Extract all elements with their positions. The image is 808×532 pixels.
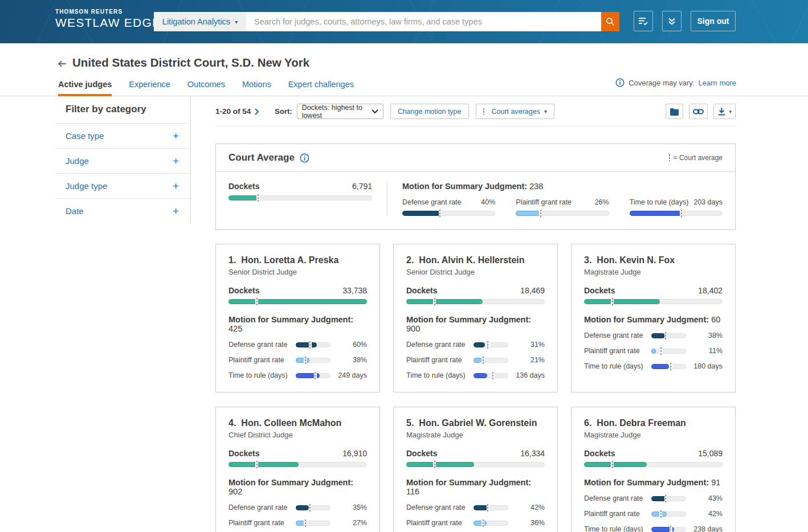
download-button[interactable]: ▾ bbox=[713, 104, 736, 119]
link-icon bbox=[693, 108, 704, 115]
metric-label: Plaintiff grant rate bbox=[406, 519, 474, 527]
court-average-card: Court Average = Court average Dockets 6,… bbox=[215, 144, 736, 230]
bar-fill bbox=[651, 349, 656, 354]
bar-fill bbox=[406, 462, 474, 467]
title-zone: United States District Court, S.D. New Y… bbox=[0, 43, 808, 96]
judge-name-link[interactable]: 4.Hon. Colleen McMahon bbox=[228, 418, 367, 428]
filter-list: Case type+Judge+Judge type+Date+ bbox=[55, 123, 190, 223]
judge-rank: 5. bbox=[406, 418, 414, 428]
court-average-msj: Motion for Summary Judgment: 238 Defense… bbox=[402, 182, 723, 216]
info-icon[interactable] bbox=[300, 153, 309, 163]
court-average-legend: = Court average bbox=[669, 154, 723, 162]
bar-fill bbox=[630, 211, 682, 216]
tab-bar: Active judgesExperienceOutcomesMotionsEx… bbox=[0, 76, 808, 96]
metric-value: 43% bbox=[686, 494, 723, 502]
judge-name-link[interactable]: 5.Hon. Gabriel W. Gorenstein bbox=[406, 418, 545, 428]
judge-rank: 4. bbox=[228, 418, 236, 428]
judge-msj: Motion for Summary Judgment: 116 bbox=[406, 478, 545, 496]
brand-logo: THOMSON REUTERS WESTLAW EDGE bbox=[55, 9, 161, 30]
msj-label: Motion for Summary Judgment: bbox=[584, 478, 709, 487]
judge-name-link[interactable]: 2.Hon. Alvin K. Hellerstein bbox=[406, 255, 545, 265]
metric-value: 36% bbox=[508, 519, 545, 527]
msj-value: 60 bbox=[709, 315, 720, 324]
bar-track bbox=[402, 211, 495, 216]
product-dropdown[interactable]: Litigation Analytics ▾ bbox=[154, 12, 246, 31]
judge-metrics: Defense grant rate31%Plaintiff grant rat… bbox=[406, 341, 545, 379]
metric-label: Defense grant rate bbox=[584, 332, 651, 339]
tab-expert-challenges[interactable]: Expert challenges bbox=[288, 80, 354, 96]
judge-name-link[interactable]: 1.Hon. Loretta A. Preska bbox=[228, 255, 367, 265]
metric-label: Time to rule (days) bbox=[406, 371, 474, 379]
copy-link-button[interactable] bbox=[689, 104, 708, 119]
search-button[interactable] bbox=[601, 12, 619, 31]
change-motion-type-button[interactable]: Change motion type bbox=[390, 104, 469, 119]
bar-track bbox=[516, 211, 609, 216]
court-average-dash-icon bbox=[669, 154, 670, 161]
search-input[interactable] bbox=[246, 12, 601, 31]
dockets-value: 18,402 bbox=[698, 286, 723, 295]
judge-type: Magistrate Judge bbox=[584, 268, 723, 276]
metric-defense-grant-rate: Defense grant rate35% bbox=[228, 504, 367, 511]
court-average-marker bbox=[439, 210, 442, 217]
judge-type: Senior District Judge bbox=[228, 268, 367, 276]
court-average-marker bbox=[611, 461, 614, 468]
court-average-marker bbox=[255, 461, 258, 468]
dockets-label: Dockets bbox=[228, 449, 259, 458]
history-list-button[interactable] bbox=[634, 11, 653, 31]
sort-select[interactable]: Dockets: highest to lowest bbox=[297, 104, 383, 119]
judge-name-link[interactable]: 3.Hon. Kevin N. Fox bbox=[584, 255, 723, 265]
msj-label: Motion for Summary Judgment: bbox=[228, 478, 353, 487]
bar-fill bbox=[474, 373, 487, 378]
product-dropdown-label: Litigation Analytics bbox=[162, 17, 230, 26]
dockets-label: Dockets bbox=[406, 449, 437, 458]
bar-track bbox=[296, 521, 330, 526]
folder-icon bbox=[670, 108, 679, 116]
dockets-value: 16,334 bbox=[520, 449, 545, 458]
judge-name-link[interactable]: 6.Hon. Debra Freeman bbox=[584, 418, 723, 428]
filter-item-judge[interactable]: Judge+ bbox=[55, 148, 190, 173]
court-average-marker bbox=[492, 372, 495, 379]
metric-value: 42% bbox=[686, 510, 723, 518]
metric-value: 136 days bbox=[508, 371, 545, 379]
pagination-text: 1-20 of 54 bbox=[215, 107, 251, 116]
metric-plaintiff-grant-rate: Plaintiff grant rate38% bbox=[228, 356, 367, 364]
bar-track bbox=[296, 342, 330, 347]
judge-msj: Motion for Summary Judgment: 425 bbox=[228, 315, 367, 333]
collapse-header-button[interactable] bbox=[662, 11, 682, 31]
metric-label: Defense grant rate bbox=[402, 198, 462, 206]
msj-value: 116 bbox=[406, 487, 419, 496]
court-average-body: Dockets 6,791 Motion for Summary Judgmen… bbox=[216, 172, 735, 230]
bar-fill bbox=[474, 358, 481, 363]
filter-item-judge-type[interactable]: Judge type+ bbox=[55, 173, 190, 198]
tab-outcomes[interactable]: Outcomes bbox=[187, 80, 225, 96]
chevron-right-icon bbox=[254, 108, 260, 115]
dockets-value: 18,469 bbox=[520, 286, 545, 295]
msj-value: 902 bbox=[228, 487, 242, 496]
tab-experience[interactable]: Experience bbox=[129, 80, 170, 96]
court-average-metrics: Defense grant rate40%Plaintiff grant rat… bbox=[402, 198, 723, 216]
judge-card: 4.Hon. Colleen McMahonChief District Jud… bbox=[215, 407, 380, 532]
judge-type: Chief District Judge bbox=[228, 431, 367, 439]
court-average-marker bbox=[659, 347, 662, 355]
court-average-marker bbox=[433, 298, 436, 305]
back-arrow-icon[interactable] bbox=[56, 58, 68, 69]
filter-item-case-type[interactable]: Case type+ bbox=[55, 123, 190, 148]
metric-label: Time to rule (days) bbox=[228, 371, 296, 379]
save-to-folder-button[interactable] bbox=[666, 104, 683, 119]
plus-icon: + bbox=[173, 182, 179, 190]
court-averages-button[interactable]: Court averages ▾ bbox=[476, 104, 555, 119]
filter-item-date[interactable]: Date+ bbox=[55, 198, 190, 223]
msj-value: 238 bbox=[529, 182, 543, 191]
metric-value: 60% bbox=[330, 341, 367, 349]
dockets-label: Dockets bbox=[584, 449, 615, 458]
bar-track bbox=[228, 299, 367, 304]
pagination-control[interactable]: 1-20 of 54 bbox=[215, 107, 260, 116]
bar-track bbox=[651, 511, 686, 517]
metric-value: 203 days bbox=[693, 198, 723, 206]
metric-label: Plaintiff grant rate bbox=[228, 519, 296, 527]
metric-defense-grant-rate: Defense grant rate31% bbox=[406, 341, 545, 349]
tab-motions[interactable]: Motions bbox=[242, 80, 271, 96]
tab-active-judges[interactable]: Active judges bbox=[58, 80, 112, 96]
metric-label: Defense grant rate bbox=[228, 504, 296, 511]
sign-out-button[interactable]: Sign out bbox=[691, 11, 736, 31]
